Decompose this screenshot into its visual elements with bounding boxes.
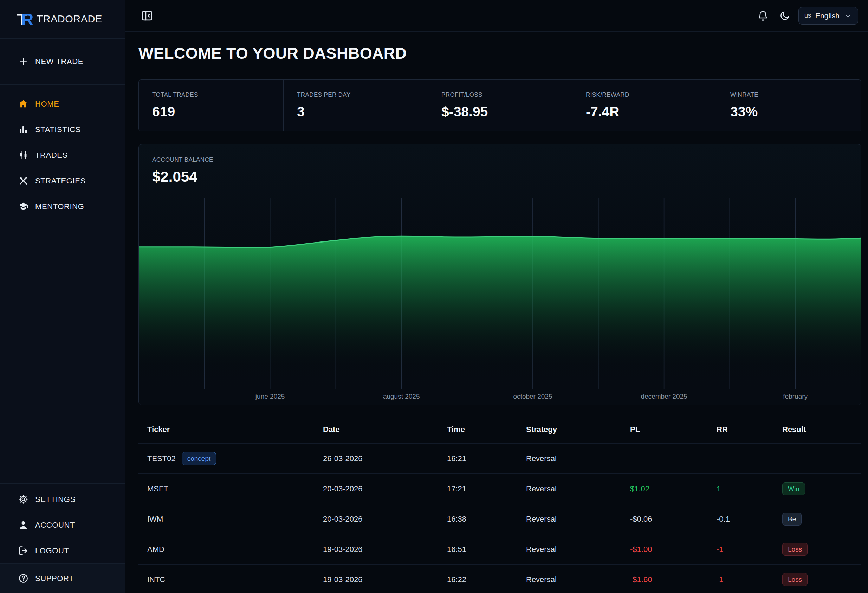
ticker: TEST02 [147, 454, 176, 463]
sidebar-item-support[interactable]: SUPPORT [0, 573, 125, 584]
trade-strategy: Reversal [517, 545, 621, 554]
sidebar-item-label: TRADES [35, 151, 68, 160]
sidebar-item-label: ACCOUNT [35, 521, 75, 530]
chart-x-axis: june 2025 august 2025 october 2025 decem… [139, 389, 861, 404]
recent-trades-table: Ticker Date Time Strategy PL RR Result T… [139, 417, 861, 593]
candlestick-icon [18, 150, 28, 160]
sidebar-bottom-navigation: SETTINGS ACCOUNT LOGOUT [0, 483, 125, 563]
stat-label: WINRATE [730, 92, 847, 98]
stat-label: TRADES PER DAY [297, 92, 414, 98]
sidebar-item-label: STATISTICS [35, 125, 81, 134]
sidebar-item-account[interactable]: ACCOUNT [0, 512, 125, 538]
topbar: us English [125, 0, 868, 32]
trade-strategy: Reversal [517, 575, 621, 584]
balance-header: ACCOUNT BALANCE $2.054 [139, 157, 861, 185]
table-header-row: Ticker Date Time Strategy PL RR Result [139, 417, 861, 443]
table-row[interactable]: TEST02 concept 26-03-2026 16:21 Reversal… [139, 443, 861, 473]
stat-value: 33% [730, 104, 847, 120]
sidebar-item-statistics[interactable]: STATISTICS [0, 117, 125, 142]
dashboard-content: WELCOME TO YOUR DASHBOARD TOTAL TRADES 6… [125, 32, 868, 593]
ticker-cell: INTC [139, 575, 314, 584]
balance-chart: june 2025 august 2025 october 2025 decem… [139, 198, 861, 404]
person-icon [18, 520, 28, 530]
x-tick-label: june 2025 [255, 393, 285, 400]
balance-label: ACCOUNT BALANCE [152, 157, 847, 163]
stat-value: 3 [297, 104, 414, 120]
table-row[interactable]: AMD 19-03-2026 16:51 Reversal -$1.00 -1 … [139, 534, 861, 564]
graduation-cap-icon [18, 201, 28, 211]
breakeven-badge: Be [782, 513, 802, 526]
sidebar-item-label: STRATEGIES [35, 176, 86, 186]
col-header-result: Result [774, 425, 861, 434]
table-row[interactable]: MSFT 20-03-2026 17:21 Reversal $1.02 1 W… [139, 473, 861, 504]
account-balance-card: ACCOUNT BALANCE $2.054 june 2025 august … [139, 144, 861, 405]
new-trade-label: NEW TRADE [35, 57, 83, 66]
ticker-cell: AMD [139, 545, 314, 554]
col-header-date: Date [314, 425, 438, 434]
sidebar-collapse-button[interactable] [139, 8, 155, 24]
x-tick-label: december 2025 [641, 393, 687, 400]
sidebar-item-home[interactable]: HOME [0, 91, 125, 117]
trade-strategy: Reversal [517, 484, 621, 494]
loss-badge: Loss [782, 573, 807, 586]
trade-rr: -0.1 [708, 515, 774, 524]
page-title: WELCOME TO YOUR DASHBOARD [139, 44, 861, 62]
trade-time: 17:21 [438, 484, 517, 494]
col-header-strategy: Strategy [517, 425, 621, 434]
language-label: English [815, 12, 840, 20]
col-header-ticker: Ticker [139, 425, 314, 434]
col-header-time: Time [438, 425, 517, 434]
stat-card-risk-reward: RISK/REWARD -7.4R [572, 80, 716, 131]
ticker-cell: TEST02 concept [139, 452, 314, 466]
sidebar-item-strategies[interactable]: STRATEGIES [0, 168, 125, 194]
trade-rr: 1 [708, 484, 774, 494]
ticker: AMD [147, 545, 164, 554]
app-root: T R TRADORADE NEW TRADE HOME STATISTICS [0, 0, 868, 593]
logout-icon [18, 546, 28, 556]
stat-card-winrate: WINRATE 33% [716, 80, 861, 131]
trade-rr: -1 [708, 545, 774, 554]
sidebar-item-label: HOME [35, 99, 59, 109]
sidebar-item-settings[interactable]: SETTINGS [0, 487, 125, 512]
col-header-pl: PL [621, 425, 708, 434]
trade-pl: -$1.60 [621, 575, 708, 584]
stat-card-profit-loss: PROFIT/LOSS $-38.95 [428, 80, 572, 131]
loss-badge: Loss [782, 543, 807, 556]
plus-icon [18, 56, 28, 67]
table-row[interactable]: IWM 20-03-2026 16:38 Reversal -$0.06 -0.… [139, 504, 861, 534]
new-trade-button[interactable]: NEW TRADE [0, 38, 125, 85]
balance-chart-svg [139, 198, 861, 389]
win-badge: Win [782, 482, 805, 495]
us-flag-icon: us [805, 12, 811, 19]
notifications-button[interactable] [755, 8, 771, 24]
x-tick-label: february [783, 393, 807, 400]
trade-result: Be [774, 513, 861, 526]
trade-pl: -$1.00 [621, 545, 708, 554]
chevron-down-icon [844, 12, 852, 20]
table-row[interactable]: INTC 19-03-2026 16:22 Reversal -$1.60 -1… [139, 564, 861, 593]
stat-card-trades-per-day: TRADES PER DAY 3 [283, 80, 428, 131]
trade-strategy: Reversal [517, 515, 621, 524]
stat-value: -7.4R [586, 104, 703, 120]
trade-pl: $1.02 [621, 484, 708, 494]
stat-label: TOTAL TRADES [152, 92, 270, 98]
support-section: SUPPORT [0, 563, 125, 593]
bar-chart-icon [18, 124, 28, 135]
brand-logo[interactable]: T R TRADORADE [0, 0, 125, 38]
logo-letter-r: R [21, 9, 33, 29]
crossed-tools-icon [18, 176, 28, 186]
trade-result: Win [774, 482, 861, 495]
sidebar-item-label: SETTINGS [35, 495, 75, 504]
topbar-actions: us English [755, 7, 858, 25]
theme-toggle-button[interactable] [776, 8, 793, 24]
sidebar-item-label: LOGOUT [35, 546, 69, 555]
sidebar-item-logout[interactable]: LOGOUT [0, 538, 125, 563]
language-selector[interactable]: us English [799, 7, 858, 25]
sidebar-item-trades[interactable]: TRADES [0, 142, 125, 168]
balance-value: $2.054 [152, 169, 847, 185]
trade-pl: -$0.06 [621, 515, 708, 524]
sidebar-item-mentoring[interactable]: MENTORING [0, 194, 125, 219]
gear-icon [18, 494, 28, 504]
main-navigation: HOME STATISTICS TRADES STRATEGIES [0, 85, 125, 219]
trade-rr: - [708, 454, 774, 463]
